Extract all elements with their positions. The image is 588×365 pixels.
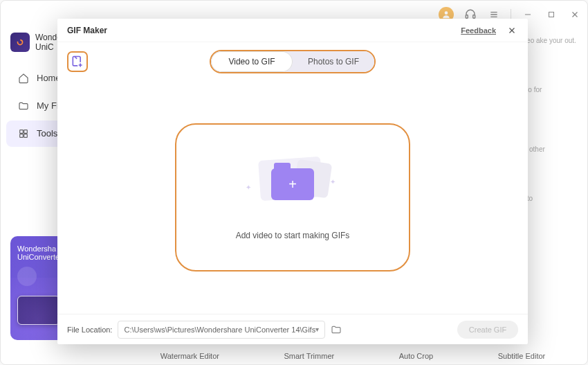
svg-rect-2 — [473, 15, 475, 19]
svg-rect-11 — [20, 130, 24, 133]
gif-tabs: Video to GIF Photos to GIF — [210, 50, 376, 73]
modal-title: GIF Maker — [67, 26, 107, 35]
file-location-input[interactable]: C:\Users\ws\Pictures\Wondershare UniConv… — [118, 321, 325, 339]
folder-plus-icon: + — [271, 168, 314, 200]
nav-label: Tools — [37, 128, 57, 139]
svg-rect-14 — [24, 134, 28, 137]
tool-link[interactable]: Auto Crop — [399, 352, 434, 360]
add-file-button[interactable] — [67, 51, 88, 72]
drop-text: Add video to start making GIFs — [236, 231, 350, 240]
app-window: Wonde UniC Home My Fil Tools — [0, 0, 588, 365]
svg-rect-1 — [466, 15, 468, 19]
maximize-button[interactable] — [544, 8, 558, 21]
file-location-label: File Location: — [67, 326, 112, 334]
chevron-down-icon: ▾ — [315, 326, 319, 333]
home-icon — [17, 72, 30, 84]
tool-link[interactable]: Watermark Editor — [160, 352, 219, 360]
drop-zone[interactable]: + ✦ ✦ Add video to start making GIFs — [175, 123, 410, 271]
drop-illustration: + ✦ ✦ — [251, 154, 334, 210]
gif-maker-modal: GIF Maker Feedback Video to GIF Photos t… — [57, 19, 528, 344]
modal-close-button[interactable] — [506, 24, 518, 37]
feedback-link[interactable]: Feedback — [461, 26, 496, 35]
close-button[interactable] — [568, 8, 582, 21]
create-gif-button[interactable]: Create GIF — [457, 321, 518, 339]
modal-footer: File Location: C:\Users\ws\Pictures\Wond… — [57, 314, 528, 344]
svg-rect-13 — [20, 134, 24, 137]
folder-icon — [17, 100, 30, 112]
open-folder-button[interactable] — [331, 324, 342, 335]
svg-point-10 — [18, 40, 23, 45]
tools-icon — [17, 127, 30, 140]
tab-video-to-gif[interactable]: Video to GIF — [211, 51, 293, 72]
modal-toolbar: Video to GIF Photos to GIF — [57, 42, 528, 81]
modal-body: + ✦ ✦ Add video to start making GIFs — [57, 81, 528, 314]
tool-row: Watermark Editor Smart Trimmer Auto Crop… — [128, 348, 578, 364]
svg-rect-12 — [24, 130, 28, 133]
modal-header: GIF Maker Feedback — [57, 19, 528, 42]
tab-photos-to-gif[interactable]: Photos to GIF — [293, 51, 374, 72]
tool-link[interactable]: Subtitle Editor — [498, 352, 545, 360]
tool-link[interactable]: Smart Trimmer — [284, 352, 334, 360]
svg-rect-7 — [549, 12, 554, 17]
svg-point-0 — [445, 11, 448, 15]
brand-logo-icon — [10, 33, 30, 52]
file-location-value: C:\Users\ws\Pictures\Wondershare UniConv… — [124, 326, 315, 334]
